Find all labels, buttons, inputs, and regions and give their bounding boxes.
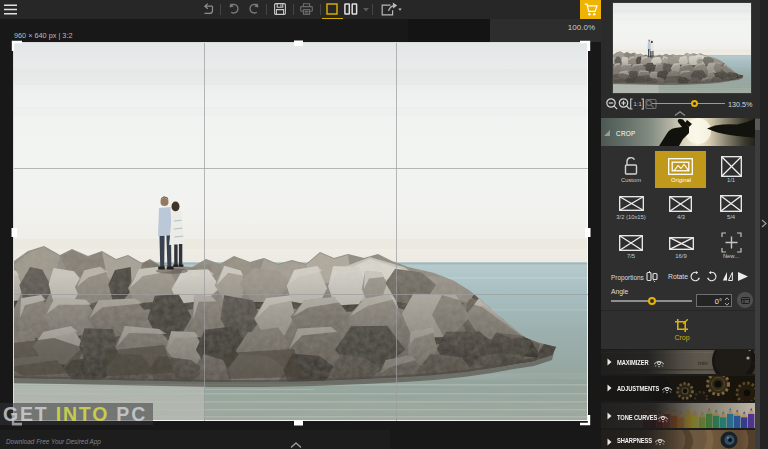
- svg-text:1:1: 1:1: [634, 101, 642, 107]
